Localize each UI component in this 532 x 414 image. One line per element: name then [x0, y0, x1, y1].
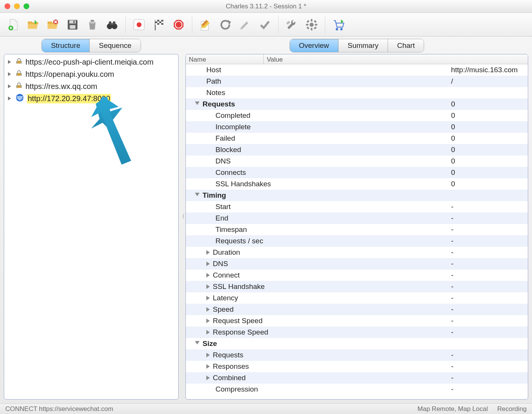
kv-row[interactable]: Timespan- [186, 224, 528, 235]
checkered-flag-icon [152, 18, 165, 31]
kv-name: End [215, 214, 228, 222]
kv-row[interactable]: SSL Handshake- [186, 281, 528, 292]
svg-rect-36 [17, 61, 21, 63]
disclosure-triangle-icon[interactable] [206, 307, 210, 312]
kv-row[interactable]: Notes [186, 87, 528, 98]
kv-name: Start [215, 203, 231, 211]
record-button[interactable] [131, 17, 147, 33]
kv-row[interactable]: Combined- [186, 372, 528, 384]
kv-row[interactable]: Failed0 [186, 133, 528, 144]
disclosure-triangle-icon[interactable] [195, 102, 200, 107]
disclosure-triangle-icon[interactable] [206, 330, 210, 335]
disclosure-triangle-icon[interactable] [8, 72, 11, 76]
throttle-button[interactable] [151, 17, 167, 33]
kv-row[interactable]: Response Speed- [186, 327, 528, 338]
disclosure-triangle-icon[interactable] [206, 364, 210, 369]
toolbar [0, 13, 532, 36]
kv-row[interactable]: Latency- [186, 292, 528, 304]
kv-name: Request Speed [213, 317, 263, 325]
kv-row[interactable]: Requests / sec- [186, 235, 528, 247]
disclosure-triangle-icon[interactable] [206, 250, 210, 255]
svg-rect-15 [155, 20, 157, 21]
save-session-button[interactable] [65, 17, 81, 33]
kv-row[interactable]: End- [186, 213, 528, 224]
disclosure-triangle-icon[interactable] [8, 84, 11, 88]
compose-button[interactable] [198, 17, 214, 33]
kv-value: - [448, 225, 528, 234]
settings-button[interactable] [304, 17, 320, 33]
kv-name: Latency [213, 294, 238, 302]
kv-row[interactable]: DNS0 [186, 155, 528, 167]
tree-item[interactable]: https://eco-push-api-client.meiqia.com [4, 56, 178, 68]
check-icon [258, 18, 271, 31]
purchase-button[interactable] [331, 17, 347, 33]
splitter-handle[interactable]: ⟨ [182, 213, 184, 219]
kv-name: Requests [213, 351, 243, 359]
kv-header-name[interactable]: Name [186, 54, 264, 64]
kv-row[interactable]: Incomplete0 [186, 121, 528, 133]
status-proxies: Map Remote, Map Local [418, 405, 488, 412]
tree-item[interactable]: https://res.wx.qq.com [4, 80, 178, 92]
kv-value: 0 [448, 157, 528, 165]
kv-row[interactable]: Timing [186, 190, 528, 201]
disclosure-triangle-icon[interactable] [206, 262, 210, 266]
disclosure-triangle-icon[interactable] [195, 193, 200, 198]
kv-row[interactable]: Speed- [186, 304, 528, 315]
disclosure-triangle-icon[interactable] [206, 296, 210, 300]
kv-row[interactable]: Compression- [186, 384, 528, 395]
host-tree[interactable]: https://eco-push-api-client.meiqia.comht… [4, 54, 178, 106]
kv-row[interactable]: SSL Handshakes0 [186, 178, 528, 190]
kv-name: Completed [215, 111, 250, 120]
open-session-button[interactable] [25, 17, 41, 33]
kv-row[interactable]: DNS- [186, 258, 528, 270]
kv-name: Connect [213, 271, 240, 279]
disclosure-triangle-icon[interactable] [206, 319, 210, 323]
floppy-icon [66, 18, 79, 31]
tools-icon [285, 18, 298, 31]
kv-row[interactable]: Blocked0 [186, 144, 528, 155]
tree-item[interactable]: http://172.20.29.47:8000 [4, 92, 178, 105]
edit-button[interactable] [237, 17, 253, 33]
tab-summary[interactable]: Summary [339, 39, 388, 52]
kv-row[interactable]: Requests0 [186, 98, 528, 110]
disclosure-triangle-icon[interactable] [206, 284, 210, 289]
repeat-button[interactable] [217, 17, 233, 33]
close-session-button[interactable] [45, 17, 61, 33]
kv-row[interactable]: Responses- [186, 361, 528, 372]
kv-row[interactable]: Hosthttp://music.163.com [186, 64, 528, 76]
pencil-icon [239, 18, 252, 31]
left-panel: Structure Sequence https://eco-push-api-… [4, 36, 179, 400]
kv-row[interactable]: Duration- [186, 247, 528, 258]
validate-button[interactable] [257, 17, 273, 33]
disclosure-triangle-icon[interactable] [8, 97, 11, 100]
clear-session-button[interactable] [84, 17, 100, 33]
tree-item[interactable]: https://openapi.youku.com [4, 68, 178, 80]
disclosure-triangle-icon[interactable] [206, 353, 210, 357]
kv-row[interactable]: Size [186, 338, 528, 349]
kv-row[interactable]: Connects0 [186, 167, 528, 178]
kv-row[interactable]: Path/ [186, 76, 528, 87]
kv-name: Speed [213, 305, 234, 314]
disclosure-triangle-icon[interactable] [206, 376, 210, 380]
tools-button[interactable] [284, 17, 300, 33]
window-title: Charles 3.11.2 - Session 1 * [0, 3, 532, 10]
svg-rect-31 [314, 26, 317, 29]
cart-icon [332, 18, 345, 31]
find-button[interactable] [104, 17, 120, 33]
tab-sequence[interactable]: Sequence [90, 39, 141, 52]
kv-row[interactable]: Request Speed- [186, 315, 528, 327]
tab-chart[interactable]: Chart [388, 39, 424, 52]
kv-row[interactable]: Requests- [186, 349, 528, 361]
kv-value: - [448, 271, 528, 279]
kv-row[interactable]: Connect- [186, 270, 528, 281]
new-session-button[interactable] [5, 17, 21, 33]
breakpoints-button[interactable] [171, 17, 187, 33]
kv-row[interactable]: Start- [186, 201, 528, 213]
tab-structure[interactable]: Structure [42, 39, 90, 52]
disclosure-triangle-icon[interactable] [195, 341, 200, 347]
disclosure-triangle-icon[interactable] [206, 273, 210, 278]
disclosure-triangle-icon[interactable] [8, 60, 11, 64]
kv-row[interactable]: Completed0 [186, 110, 528, 121]
kv-header-value[interactable]: Value [264, 54, 528, 64]
tab-overview[interactable]: Overview [290, 39, 339, 52]
